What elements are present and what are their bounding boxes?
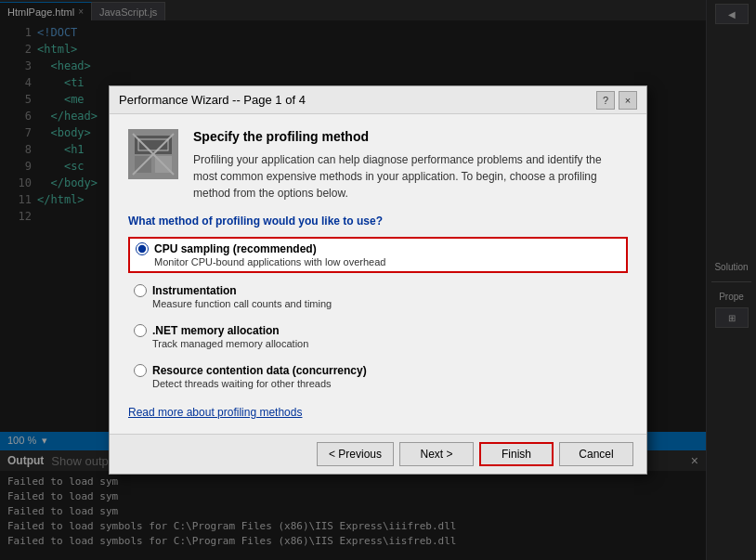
radio-memory-input[interactable] <box>134 324 147 337</box>
radio-option-contention[interactable]: Resource contention data (concurrency) D… <box>128 360 628 393</box>
dialog-title: Performance Wizard -- Page 1 of 4 <box>119 93 596 107</box>
dialog-title-icons: ? × <box>596 91 637 110</box>
radio-cpu-label: CPU sampling (recommended) <box>154 242 317 255</box>
radio-contention-label: Resource contention data (concurrency) <box>152 364 367 377</box>
next-button[interactable]: Next > <box>399 442 474 466</box>
performance-wizard-dialog: Performance Wizard -- Page 1 of 4 ? × <box>109 85 647 475</box>
dialog-footer: < Previous Next > Finish Cancel <box>110 434 646 474</box>
dialog-main-title: Specify the profiling method <box>193 129 628 144</box>
radio-cpu-desc: Monitor CPU-bound applications with low … <box>136 256 620 267</box>
profiling-method-radio-group: CPU sampling (recommended) Monitor CPU-b… <box>128 237 628 393</box>
finish-button[interactable]: Finish <box>479 442 554 466</box>
radio-contention-input[interactable] <box>134 364 147 377</box>
dialog-question: What method of profiling would you like … <box>128 215 628 228</box>
dialog-close-button[interactable]: × <box>619 91 637 110</box>
radio-cpu-input[interactable] <box>136 242 149 255</box>
dialog-help-button[interactable]: ? <box>596 91 615 110</box>
radio-option-memory[interactable]: .NET memory allocation Track managed mem… <box>128 320 628 353</box>
radio-option-cpu[interactable]: CPU sampling (recommended) Monitor CPU-b… <box>128 237 628 273</box>
radio-memory-label: .NET memory allocation <box>152 324 280 337</box>
read-more-link[interactable]: Read more about profiling methods <box>128 406 302 419</box>
radio-memory-desc: Track managed memory allocation <box>134 338 622 349</box>
previous-button[interactable]: < Previous <box>317 442 394 466</box>
radio-instrumentation-desc: Measure function call counts and timing <box>134 298 622 309</box>
dialog-titlebar: Performance Wizard -- Page 1 of 4 ? × <box>110 86 646 114</box>
radio-instrumentation-input[interactable] <box>134 284 147 297</box>
svg-rect-1 <box>135 136 172 154</box>
radio-contention-desc: Detect threads waiting for other threads <box>134 378 622 389</box>
radio-option-instrumentation[interactable]: Instrumentation Measure function call co… <box>128 280 628 313</box>
cancel-button[interactable]: Cancel <box>559 442 633 466</box>
wizard-icon <box>128 129 178 179</box>
dialog-header-row: Specify the profiling method Profiling y… <box>128 129 628 202</box>
dialog-overlay: Performance Wizard -- Page 1 of 4 ? × <box>0 0 756 560</box>
radio-instrumentation-label: Instrumentation <box>152 284 237 297</box>
dialog-header-text: Specify the profiling method Profiling y… <box>193 129 628 202</box>
dialog-body: Specify the profiling method Profiling y… <box>110 114 646 434</box>
dialog-description: Profiling your application can help diag… <box>193 151 628 202</box>
